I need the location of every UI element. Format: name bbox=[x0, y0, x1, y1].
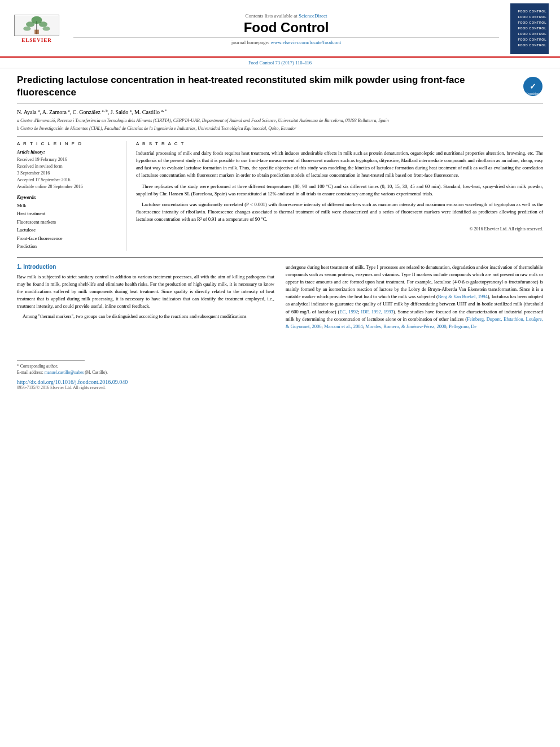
history-title: Article history: bbox=[17, 150, 120, 155]
section-number: 1. bbox=[17, 264, 21, 270]
morales-ref-link[interactable]: Morales, Romero, & Jiménez-Pérez, 2000 bbox=[365, 324, 446, 329]
homepage-link[interactable]: www.elsevier.com/locate/foodcont bbox=[270, 40, 341, 45]
svg-point-4 bbox=[39, 21, 47, 27]
article-info-column: A R T I C L E I N F O Article history: R… bbox=[17, 141, 127, 251]
svg-point-3 bbox=[26, 21, 34, 27]
keyword-heat-treatment: Heat treatment bbox=[17, 209, 120, 217]
affiliation-a: a Centre d'Innovació, Recerca i Transfer… bbox=[17, 117, 543, 124]
homepage-prefix: journal homepage: bbox=[231, 40, 270, 45]
page: ELSEVIER Contents lists available at Sci… bbox=[0, 0, 560, 747]
abstract-paragraph-1: Industrial processing of milk and dairy … bbox=[136, 150, 543, 180]
footnote-area: * Corresponding author. E-mail address: … bbox=[17, 355, 274, 391]
abstract-column: A B S T R A C T Industrial processing of… bbox=[136, 141, 543, 251]
svg-rect-7 bbox=[34, 30, 39, 34]
introduction-left-col: 1. Introduction Raw milk is subjected to… bbox=[17, 264, 274, 391]
intro-right-text: undergone during heat treatment of milk.… bbox=[286, 264, 543, 331]
email-person: (M. Castillo). bbox=[85, 370, 108, 375]
elsevier-logo: ELSEVIER bbox=[11, 15, 62, 43]
doi-footer-link[interactable]: http://dx.doi.org/10.1016/j.foodcont.201… bbox=[17, 379, 128, 385]
received-revised-label: Received in revised form bbox=[17, 163, 120, 170]
received-date: Received 19 February 2016 bbox=[17, 156, 120, 163]
introduction-right-col: undergone during heat treatment of milk.… bbox=[286, 264, 543, 391]
keyword-prediction: Prediction bbox=[17, 242, 120, 250]
journal-center-info: Contents lists available at ScienceDirec… bbox=[62, 13, 510, 45]
intro-paragraph-1: Raw milk is subjected to strict sanitary… bbox=[17, 273, 274, 311]
keywords-title: Keywords: bbox=[17, 195, 120, 200]
intro-right-paragraph: undergone during heat treatment of milk.… bbox=[286, 264, 543, 331]
homepage-line: journal homepage: www.elsevier.com/locat… bbox=[73, 37, 499, 45]
sciencedirect-prefix: Contents lists available at bbox=[246, 13, 299, 19]
affiliation-b: b Centro de Investigación de Alimentos (… bbox=[17, 125, 543, 132]
pellegrino-ref-link[interactable]: Pellegrino, De bbox=[449, 324, 476, 329]
keyword-front-face: Front-face fluorescence bbox=[17, 234, 120, 242]
abstract-paragraph-3: Lactulose concentration was significantl… bbox=[136, 201, 543, 224]
article-title-section: Predicting lactulose concentration in he… bbox=[17, 74, 543, 104]
keyword-milk: Milk bbox=[17, 202, 120, 209]
article-body: Predicting lactulose concentration in he… bbox=[0, 68, 560, 396]
sciencedirect-line: Contents lists available at ScienceDirec… bbox=[73, 13, 499, 19]
sciencedirect-link[interactable]: ScienceDirect bbox=[299, 13, 327, 19]
article-info-abstract-section: A R T I C L E I N F O Article history: R… bbox=[17, 136, 543, 251]
received-revised-date: 3 September 2016 bbox=[17, 170, 120, 177]
email-label: E-mail address: bbox=[17, 370, 45, 375]
marconi-ref-link[interactable]: Marconi et al., 2004 bbox=[324, 324, 363, 329]
article-title: Predicting lactulose concentration in he… bbox=[17, 74, 517, 99]
abstract-paragraph-2: Three replicates of the study were perfo… bbox=[136, 183, 543, 198]
journal-cover-image: FOOD CONTROL FOOD CONTROL FOOD CONTROL F… bbox=[510, 3, 549, 54]
authors-line: N. Ayala a, A. Zamora a, C. González a, … bbox=[17, 108, 543, 115]
doi-line: Food Control 73 (2017) 110–116 bbox=[0, 58, 560, 68]
email-link[interactable]: manuel.castillo@uabes bbox=[45, 370, 84, 375]
idf-ref-link[interactable]: IDF, 1992, 1993 bbox=[361, 309, 393, 314]
copyright-line: © 2016 Elsevier Ltd. All rights reserved… bbox=[136, 226, 543, 231]
available-online-date: Available online 28 September 2016 bbox=[17, 184, 120, 190]
elsevier-brand-text: ELSEVIER bbox=[21, 37, 52, 43]
article-history: Article history: Received 19 February 20… bbox=[17, 150, 120, 190]
accepted-date: Accepted 17 September 2016 bbox=[17, 177, 120, 184]
email-line: E-mail address: manuel.castillo@uabes (M… bbox=[17, 369, 274, 375]
footnote-divider bbox=[17, 360, 85, 361]
article-info-header: A R T I C L E I N F O bbox=[17, 141, 120, 146]
journal-header: ELSEVIER Contents lists available at Sci… bbox=[0, 0, 560, 58]
introduction-body-text: Raw milk is subjected to strict sanitary… bbox=[17, 273, 274, 321]
svg-text:CrossMark: CrossMark bbox=[526, 92, 540, 95]
ec-ref-link[interactable]: EC, 1992 bbox=[339, 309, 358, 314]
keyword-lactulose: Lactulose bbox=[17, 226, 120, 234]
svg-point-5 bbox=[23, 27, 30, 31]
journal-title: Food Control bbox=[73, 20, 499, 36]
svg-point-6 bbox=[42, 27, 50, 31]
keywords-section: Keywords: Milk Heat treatment Fluorescen… bbox=[17, 195, 120, 251]
berg-ref-link[interactable]: Berg & Van Boekel, 1994 bbox=[438, 294, 488, 299]
introduction-title: 1. Introduction bbox=[17, 264, 274, 270]
abstract-header: A B S T R A C T bbox=[136, 141, 543, 146]
authors-section: N. Ayala a, A. Zamora a, C. González a, … bbox=[17, 108, 543, 132]
intro-paragraph-2: Among "thermal markers", two groups can … bbox=[17, 313, 274, 320]
svg-text:✓: ✓ bbox=[530, 82, 536, 91]
footer-doi-section: http://dx.doi.org/10.1016/j.foodcont.201… bbox=[17, 379, 274, 390]
crossmark-logo[interactable]: ✓ CrossMark bbox=[523, 76, 543, 97]
corresponding-note: * Corresponding author. bbox=[17, 364, 58, 369]
section-title: Introduction bbox=[23, 264, 56, 270]
elsevier-logo-image bbox=[14, 15, 59, 36]
keyword-fluorescent-markers: Fluorescent markers bbox=[17, 218, 120, 226]
corresponding-author-note: * Corresponding author. bbox=[17, 363, 274, 369]
abstract-text: Industrial processing of milk and dairy … bbox=[136, 150, 543, 224]
issn-line: 0956-7135/© 2016 Elsevier Ltd. All right… bbox=[17, 385, 274, 390]
introduction-section: 1. Introduction Raw milk is subjected to… bbox=[17, 264, 543, 391]
section-divider bbox=[17, 257, 543, 258]
